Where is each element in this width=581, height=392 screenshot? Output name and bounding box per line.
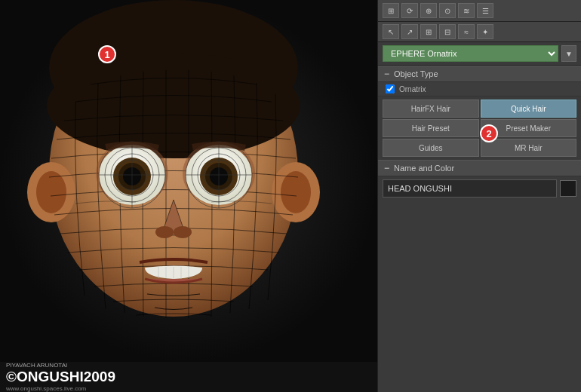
panel-toolbar-row1: ⊞ ⟳ ⊕ ⊙ ≋ ☰ [378, 0, 581, 22]
section-name-color-label: Name and Color [394, 164, 454, 173]
face-wireframe [0, 0, 377, 362]
svg-point-30 [155, 226, 174, 238]
toolbar-icon-menu[interactable]: ☰ [477, 3, 493, 18]
name-color-row [378, 176, 581, 201]
guides-button[interactable]: Guides [383, 139, 479, 157]
mr-hair-button[interactable]: MR Hair [481, 139, 577, 157]
toolbar-icon-box-add[interactable]: ⊞ [420, 24, 437, 39]
ornatrix-checkbox-label: Ornatrix [399, 85, 426, 93]
toolbar-icon-circle[interactable]: ⊙ [439, 3, 456, 18]
toolbar-icon-wave[interactable]: ≋ [458, 3, 475, 18]
toolbar-icon-approx[interactable]: ≈ [458, 24, 475, 39]
dropdown-arrow-button[interactable]: ▼ [561, 45, 576, 62]
ornatrix-checkbox[interactable] [386, 84, 395, 93]
section-name-collapse-button[interactable]: − [384, 163, 389, 173]
quick-hair-button[interactable]: Quick Hair [481, 100, 577, 118]
bottom-bar: PIYAVACH ARUNOTAI ©ONGUSHI 2009 www.ongu… [0, 362, 377, 392]
toolbar-icon-add[interactable]: ⊕ [420, 3, 437, 18]
panel-toolbar-row2: ↖ ↗ ⊞ ⊟ ≈ ✦ [378, 22, 581, 42]
viewport: 1 [0, 0, 377, 392]
section-collapse-button[interactable]: − [384, 69, 389, 79]
toolbar-icon-refresh[interactable]: ⟳ [401, 3, 418, 18]
hair-preset-button[interactable]: Hair Preset [383, 119, 479, 137]
website-label: www.ongushi.spaces.live.com [6, 385, 115, 392]
toolbar-icon-arrow-nw[interactable]: ↖ [383, 24, 399, 39]
svg-point-31 [174, 226, 192, 238]
svg-point-7 [281, 171, 311, 213]
section-object-type-label: Object Type [394, 69, 438, 78]
section-object-type-header: − Object Type [378, 66, 581, 82]
toolbar-icon-arrow-ne[interactable]: ↗ [401, 24, 418, 39]
toolbar-icon-box-remove[interactable]: ⊟ [439, 24, 456, 39]
credit-label: PIYAVACH ARUNOTAI [6, 362, 115, 369]
annotation-badge-2: 2 [480, 124, 498, 142]
right-panel: ⊞ ⟳ ⊕ ⊙ ≋ ☰ ↖ ↗ ⊞ ⊟ ≈ ✦ EPHERE Ornatrix … [377, 0, 581, 392]
toolbar-icon-grid[interactable]: ⊞ [383, 3, 399, 18]
brand-copyright: ©ONGUSHI [6, 369, 84, 385]
svg-point-3 [47, 53, 300, 158]
dropdown-row: EPHERE Ornatrix ▼ [378, 42, 581, 66]
color-swatch-button[interactable] [560, 180, 576, 197]
ornatrix-checkbox-row: Ornatrix [378, 82, 581, 96]
hair-type-buttons: HairFX Hair Quick Hair Hair Preset Prese… [378, 96, 581, 160]
name-input-field[interactable] [383, 179, 557, 198]
toolbar-icon-star[interactable]: ✦ [477, 24, 493, 39]
year-label: 2009 [84, 369, 115, 385]
ornatrix-dropdown[interactable]: EPHERE Ornatrix [383, 45, 558, 62]
svg-point-6 [36, 171, 66, 213]
hairfx-hair-button[interactable]: HairFX Hair [383, 100, 479, 118]
section-name-color-header: − Name and Color [378, 160, 581, 176]
annotation-badge-1: 1 [98, 45, 116, 63]
